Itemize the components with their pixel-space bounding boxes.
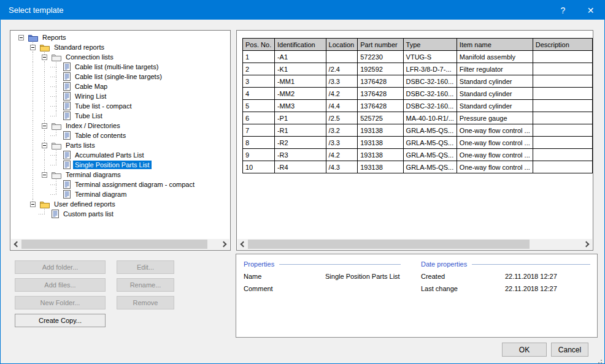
tree-hscrollbar[interactable]: [11, 239, 229, 249]
scroll-right-arrow-icon[interactable]: [582, 239, 592, 249]
create-copy-button[interactable]: Create Copy...: [15, 314, 106, 327]
tree-guide-line: [27, 101, 39, 111]
tree-guide-line: [39, 101, 50, 111]
column-header: Item name: [457, 39, 533, 51]
table-cell: 10: [243, 161, 275, 173]
tree-guide-line: [27, 189, 39, 199]
column-header: Description: [533, 39, 592, 51]
tree-item[interactable]: Accumulated Parts List: [12, 150, 229, 160]
table-hscrollbar[interactable]: [237, 239, 592, 249]
table-cell: -R4: [274, 161, 326, 173]
tree-item[interactable]: Terminal diagrams: [12, 170, 229, 180]
tree-guide-line: [15, 131, 27, 140]
expand-toggle-icon[interactable]: [30, 45, 36, 50]
property-label: Last change: [421, 285, 505, 294]
table-cell: 4: [243, 88, 275, 100]
property-value: 22.11.2018 12:27: [505, 285, 592, 294]
table-cell: [533, 149, 592, 161]
tree-item[interactable]: Table of contents: [12, 131, 229, 140]
properties-group-header: Properties: [244, 259, 402, 269]
table-row: 9-R3/4.2193138GRLA-M5-QS...One-way flow …: [243, 149, 593, 161]
tree-item[interactable]: Cable list (single-line targets): [12, 72, 229, 82]
tree-branch-line: [39, 214, 45, 214]
ok-button[interactable]: OK: [502, 343, 547, 357]
table-cell: 1: [243, 51, 275, 63]
table-cell: DSBC-32-160...: [403, 75, 457, 88]
tree-item[interactable]: User defined reports: [12, 199, 229, 209]
property-value: Single Position Parts List: [325, 273, 402, 281]
table-row: 4-MM2/4.21376428DSBC-32-160...Standard c…: [243, 88, 593, 100]
table-cell: 193138: [358, 137, 403, 149]
tree-item[interactable]: Parts lists: [12, 140, 229, 150]
tree-item[interactable]: Terminal assignment diagram - compact: [12, 180, 229, 189]
table-cell: /4.4: [326, 100, 358, 112]
help-icon[interactable]: ?: [549, 1, 577, 20]
tree-item[interactable]: Cable list (multi-line targets): [12, 62, 229, 72]
property-value: [325, 285, 402, 294]
table-header-row: Pos. No.IdentificationLocationPart numbe…: [243, 39, 593, 51]
tree-item[interactable]: Tube list - compact: [12, 101, 229, 111]
expand-toggle-icon[interactable]: [42, 55, 47, 60]
table-cell: 1376428: [358, 88, 403, 100]
expand-toggle-icon[interactable]: [30, 202, 36, 207]
table-cell: [533, 100, 592, 112]
add-files-button[interactable]: Add files...: [15, 278, 106, 292]
table-cell: /2.4: [326, 63, 358, 75]
table-cell: Standard cylinder: [457, 75, 533, 88]
table-cell: 5: [243, 100, 275, 112]
table-cell: GRLA-M5-QS...: [403, 137, 457, 149]
table-body: 1-A1572230VTUG-SManifold assembly2-K1/2.…: [243, 51, 593, 173]
scroll-left-arrow-icon[interactable]: [237, 239, 248, 249]
tree-connector: [39, 170, 50, 180]
tree-item[interactable]: Standard reports: [12, 42, 229, 52]
expand-toggle-icon[interactable]: [42, 123, 47, 129]
edit-button[interactable]: Edit...: [117, 260, 174, 274]
close-icon[interactable]: ✕: [577, 1, 604, 20]
table-cell: [533, 88, 592, 100]
table-cell: [533, 63, 592, 75]
tree-item[interactable]: Custom parts list: [12, 209, 229, 219]
tree-item[interactable]: Single Position Parts List: [12, 160, 229, 170]
tree-item[interactable]: Wiring List: [12, 91, 229, 101]
expand-toggle-icon[interactable]: [42, 143, 47, 148]
scroll-right-arrow-icon[interactable]: [219, 239, 229, 249]
tree-guide-line: [15, 170, 27, 180]
table-cell: Standard cylinder: [457, 88, 533, 100]
tree-branch-line: [50, 165, 56, 165]
column-header: Location: [326, 39, 358, 51]
tree-item[interactable]: Index / Directories: [12, 121, 229, 131]
rename-button[interactable]: Rename...: [117, 278, 174, 292]
folder-yellow-icon: [40, 44, 50, 51]
table-cell: -K1: [274, 63, 326, 75]
tree-hscrollbar-thumb[interactable]: [21, 240, 207, 249]
resize-grip[interactable]: [601, 360, 602, 361]
table-hscrollbar-thumb[interactable]: [248, 240, 530, 249]
table-cell: /4.3: [326, 161, 358, 173]
tree-item[interactable]: Cable Map: [12, 82, 229, 91]
expand-toggle-icon[interactable]: [18, 35, 24, 40]
tree-branch-line: [50, 155, 56, 156]
tree-item[interactable]: Terminal diagram: [12, 189, 229, 199]
table-cell: 193138: [358, 161, 403, 173]
table-cell: 6: [243, 112, 275, 124]
expand-toggle-icon[interactable]: [42, 172, 47, 178]
new-folder-button[interactable]: New Folder...: [15, 296, 106, 309]
remove-button[interactable]: Remove: [117, 296, 174, 309]
tree-connector: [50, 101, 62, 111]
cancel-button[interactable]: Cancel: [551, 343, 588, 357]
tree-item[interactable]: Tube List: [12, 111, 229, 121]
table-cell: [533, 75, 592, 88]
tree-branch-line: [50, 86, 56, 87]
table-cell: VTUG-S: [403, 51, 457, 63]
group-divider-line: [279, 264, 401, 265]
add-folder-button[interactable]: Add folder...: [15, 260, 106, 274]
scroll-left-arrow-icon[interactable]: [11, 239, 21, 249]
folder-blue-icon: [28, 34, 38, 42]
table-cell: 193138: [358, 149, 403, 161]
tree-connector: [50, 131, 62, 140]
tree-guide-line: [15, 82, 27, 91]
tree-item[interactable]: Reports: [12, 32, 229, 42]
table-row: 2-K1/2.4192592LFR-3/8-D-7-...Filter regu…: [243, 63, 593, 75]
tree-item[interactable]: Connection lists: [12, 52, 229, 62]
tree-connector: [27, 42, 39, 52]
